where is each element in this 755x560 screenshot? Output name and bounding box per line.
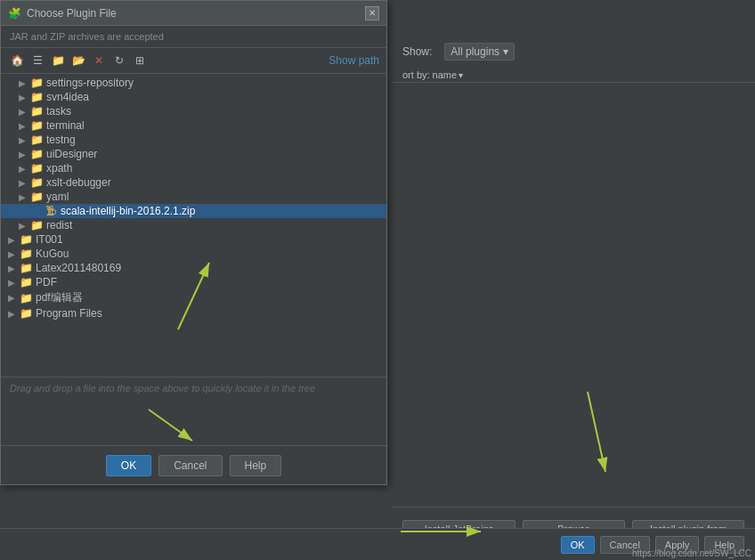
zip-icon: 🗜 (44, 205, 58, 217)
file-tree[interactable]: ▶ 📁 settings-repository ▶ 📁 svn4idea ▶ 📁… (1, 74, 386, 377)
expand-arrow: ▶ (4, 309, 19, 319)
tree-item-kugou[interactable]: ▶ 📁 KuGou (1, 247, 386, 261)
show-label: Show: (402, 45, 432, 58)
drag-hint: Drag and drop a file into the space abov… (1, 377, 386, 399)
sort-arrow: ▾ (459, 70, 463, 80)
tree-item-uidesigner[interactable]: ▶ 📁 uiDesigner (1, 147, 386, 161)
plugin-icon: 🧩 (8, 7, 21, 20)
expand-arrow: ▶ (4, 293, 19, 303)
folder-up-icon[interactable]: 📁 (49, 52, 67, 69)
expand-arrow: ▶ (15, 150, 29, 159)
sort-bar: ort by: name ▾ (392, 68, 755, 83)
folder-icon: 📁 (29, 134, 44, 146)
tree-item-IT001[interactable]: ▶ 📁 IT001 (1, 232, 386, 247)
expand-arrow: ▶ (15, 178, 29, 188)
folder-icon: 📁 (29, 219, 44, 231)
folder-icon: 📁 (19, 248, 33, 260)
expand-icon[interactable]: ⊞ (131, 52, 149, 69)
expand-arrow: ▶ (15, 78, 29, 88)
chevron-down-icon: ▾ (503, 45, 508, 58)
home-icon[interactable]: 🏠 (8, 52, 26, 69)
dialog-subtitle: JAR and ZIP archives are accepted (1, 26, 386, 48)
show-dropdown[interactable]: All plugins ▾ (444, 43, 515, 61)
expand-arrow: ▶ (15, 107, 29, 117)
expand-arrow: ▶ (15, 93, 29, 102)
right-panel: Show: All plugins ▾ ort by: name ▾ ✓ ✓ ✓… (392, 36, 755, 560)
tree-item-redist[interactable]: ▶ 📁 redist (1, 218, 386, 232)
folder-icon: 📁 (29, 176, 44, 189)
folder-icon: 📁 (29, 148, 44, 160)
folder-icon: 📁 (19, 262, 33, 274)
toolbar-icons-group: 🏠 ☰ 📁 📂 ✕ ↻ ⊞ (8, 52, 149, 69)
folder-icon: 📁 (29, 191, 44, 203)
expand-arrow: ▶ (15, 192, 29, 202)
tree-item-svn4idea[interactable]: ▶ 📁 svn4idea (1, 90, 386, 104)
folder-icon: 📁 (29, 91, 44, 103)
expand-arrow: ▶ (4, 278, 19, 288)
dialog-close-button[interactable]: ✕ (365, 6, 379, 20)
tree-item-latex[interactable]: ▶ 📁 Latex2011480169 (1, 261, 386, 275)
new-folder-icon[interactable]: 📂 (69, 52, 87, 69)
dialog-titlebar: 🧩 Choose Plugin File ✕ (1, 1, 386, 26)
watermark: https://blog.csdn.net/SW_LCC (632, 548, 751, 558)
dialog-bottom-buttons: OK Cancel Help (1, 445, 386, 484)
tree-item-tasks[interactable]: ▶ 📁 tasks (1, 104, 386, 118)
main-ok-button[interactable]: OK (561, 536, 595, 554)
tree-item-xpath[interactable]: ▶ 📁 xpath (1, 161, 386, 175)
expand-arrow: ▶ (15, 164, 29, 174)
tree-item-yaml[interactable]: ▶ 📁 yaml (1, 190, 386, 204)
expand-arrow: ▶ (15, 121, 29, 131)
dialog-cancel-button[interactable]: Cancel (158, 455, 222, 476)
right-panel-header: Show: All plugins ▾ (392, 36, 755, 68)
tree-item-testng[interactable]: ▶ 📁 testng (1, 133, 386, 147)
tree-item-pdf[interactable]: ▶ 📁 PDF (1, 275, 386, 289)
delete-icon[interactable]: ✕ (90, 52, 108, 69)
dialog-ok-button[interactable]: OK (106, 455, 151, 476)
tree-item-scala-zip[interactable]: 🗜 scala-intellij-bin-2016.2.1.zip (1, 204, 386, 218)
show-path-link[interactable]: Show path (329, 54, 379, 67)
folder-icon: 📁 (29, 77, 44, 89)
expand-arrow: ▶ (4, 235, 19, 245)
folder-icon: 📁 (29, 105, 44, 118)
tree-item-xslt-debugger[interactable]: ▶ 📁 xslt-debugger (1, 175, 386, 190)
expand-arrow: ▶ (15, 135, 29, 145)
expand-arrow: ▶ (4, 264, 19, 273)
tree-item-terminal[interactable]: ▶ 📁 terminal (1, 118, 386, 133)
dialog-help-button[interactable]: Help (230, 455, 282, 476)
expand-arrow: ▶ (15, 221, 29, 231)
tree-item-pdf-editor[interactable]: ▶ 📁 pdf编辑器 (1, 289, 386, 306)
refresh-icon[interactable]: ↻ (110, 52, 128, 69)
folder-icon: 📁 (19, 276, 33, 288)
dialog-toolbar: 🏠 ☰ 📁 📂 ✕ ↻ ⊞ Show path (1, 48, 386, 74)
tree-item-program-files[interactable]: ▶ 📁 Program Files (1, 306, 386, 321)
list-icon[interactable]: ☰ (28, 52, 46, 69)
folder-icon: 📁 (19, 233, 33, 246)
folder-icon: 📁 (29, 119, 44, 132)
expand-arrow: ▶ (4, 249, 19, 259)
choose-plugin-dialog: 🧩 Choose Plugin File ✕ JAR and ZIP archi… (0, 0, 387, 485)
folder-icon: 📁 (19, 307, 33, 320)
folder-icon: 📁 (29, 162, 44, 174)
sort-text: ort by: name (402, 69, 457, 80)
tree-item-settings-repository[interactable]: ▶ 📁 settings-repository (1, 76, 386, 90)
folder-icon: 📁 (19, 292, 33, 304)
dialog-title: 🧩 Choose Plugin File (8, 7, 117, 20)
